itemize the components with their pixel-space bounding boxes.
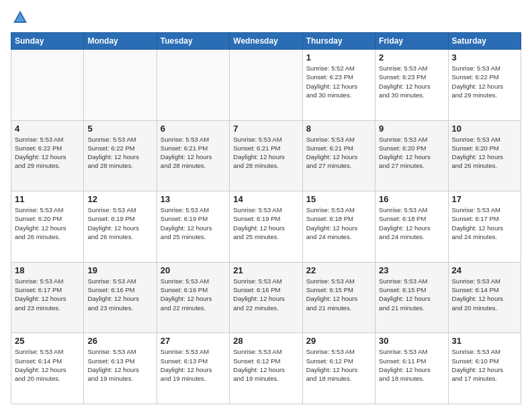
cell-details: Sunrise: 5:53 AMSunset: 6:21 PMDaylight:… xyxy=(306,135,371,171)
calendar-table: SundayMondayTuesdayWednesdayThursdayFrid… xyxy=(11,32,521,404)
cell-details: Sunrise: 5:53 AMSunset: 6:22 PMDaylight:… xyxy=(452,64,517,99)
cell-details: Sunrise: 5:53 AMSunset: 6:18 PMDaylight:… xyxy=(306,205,371,241)
calendar-cell: 14Sunrise: 5:53 AMSunset: 6:19 PMDayligh… xyxy=(230,191,302,263)
calendar-cell: 27Sunrise: 5:53 AMSunset: 6:13 PMDayligh… xyxy=(157,333,229,404)
day-number: 31 xyxy=(452,336,517,346)
week-row-0: 1Sunrise: 5:52 AMSunset: 6:23 PMDaylight… xyxy=(11,50,521,121)
day-header-sunday: Sunday xyxy=(11,33,84,50)
cell-details: Sunrise: 5:53 AMSunset: 6:21 PMDaylight:… xyxy=(161,135,226,171)
calendar-cell: 3Sunrise: 5:53 AMSunset: 6:22 PMDaylight… xyxy=(448,50,521,121)
calendar-cell: 5Sunrise: 5:53 AMSunset: 6:22 PMDaylight… xyxy=(84,120,157,191)
day-number: 24 xyxy=(452,265,517,275)
day-header-thursday: Thursday xyxy=(302,33,375,50)
day-number: 7 xyxy=(233,124,298,134)
calendar-cell: 17Sunrise: 5:53 AMSunset: 6:17 PMDayligh… xyxy=(448,191,521,263)
day-number: 30 xyxy=(379,336,444,346)
calendar-cell: 22Sunrise: 5:53 AMSunset: 6:15 PMDayligh… xyxy=(302,262,375,333)
cell-details: Sunrise: 5:53 AMSunset: 6:15 PMDaylight:… xyxy=(306,277,371,312)
day-header-wednesday: Wednesday xyxy=(230,33,302,50)
day-number: 26 xyxy=(87,336,152,346)
day-number: 1 xyxy=(306,52,371,62)
day-number: 15 xyxy=(306,194,371,204)
cell-details: Sunrise: 5:53 AMSunset: 6:13 PMDaylight:… xyxy=(161,347,226,383)
day-number: 27 xyxy=(161,336,226,346)
cell-details: Sunrise: 5:53 AMSunset: 6:11 PMDaylight:… xyxy=(379,347,444,383)
calendar-cell: 20Sunrise: 5:53 AMSunset: 6:16 PMDayligh… xyxy=(157,262,229,333)
day-number: 23 xyxy=(379,265,444,275)
day-number: 20 xyxy=(161,265,226,275)
calendar-cell: 16Sunrise: 5:53 AMSunset: 6:18 PMDayligh… xyxy=(375,191,448,263)
cell-details: Sunrise: 5:53 AMSunset: 6:22 PMDaylight:… xyxy=(87,135,152,171)
day-header-tuesday: Tuesday xyxy=(157,33,229,50)
logo xyxy=(11,8,32,27)
day-number: 22 xyxy=(306,265,371,275)
calendar-cell xyxy=(11,50,84,121)
week-row-1: 4Sunrise: 5:53 AMSunset: 6:22 PMDaylight… xyxy=(11,120,521,191)
day-header-friday: Friday xyxy=(375,33,448,50)
day-number: 5 xyxy=(87,124,152,134)
calendar-cell: 9Sunrise: 5:53 AMSunset: 6:20 PMDaylight… xyxy=(375,120,448,191)
calendar-cell xyxy=(157,50,229,121)
week-row-4: 25Sunrise: 5:53 AMSunset: 6:14 PMDayligh… xyxy=(11,333,521,404)
day-number: 8 xyxy=(306,124,371,134)
header xyxy=(11,8,521,27)
cell-details: Sunrise: 5:53 AMSunset: 6:17 PMDaylight:… xyxy=(452,205,517,241)
day-header-monday: Monday xyxy=(84,33,157,50)
day-number: 11 xyxy=(15,194,80,204)
cell-details: Sunrise: 5:53 AMSunset: 6:13 PMDaylight:… xyxy=(87,347,152,383)
cell-details: Sunrise: 5:53 AMSunset: 6:20 PMDaylight:… xyxy=(452,135,517,171)
day-number: 16 xyxy=(379,194,444,204)
cell-details: Sunrise: 5:53 AMSunset: 6:20 PMDaylight:… xyxy=(379,135,444,171)
calendar-cell xyxy=(230,50,302,121)
day-number: 13 xyxy=(161,194,226,204)
cell-details: Sunrise: 5:53 AMSunset: 6:14 PMDaylight:… xyxy=(452,277,517,312)
day-number: 3 xyxy=(452,52,517,62)
week-row-2: 11Sunrise: 5:53 AMSunset: 6:20 PMDayligh… xyxy=(11,191,521,263)
calendar-cell: 7Sunrise: 5:53 AMSunset: 6:21 PMDaylight… xyxy=(230,120,302,191)
cell-details: Sunrise: 5:53 AMSunset: 6:15 PMDaylight:… xyxy=(379,277,444,312)
day-number: 6 xyxy=(161,124,226,134)
cell-details: Sunrise: 5:53 AMSunset: 6:19 PMDaylight:… xyxy=(161,205,226,241)
calendar-cell: 29Sunrise: 5:53 AMSunset: 6:12 PMDayligh… xyxy=(302,333,375,404)
day-number: 10 xyxy=(452,124,517,134)
calendar-cell: 30Sunrise: 5:53 AMSunset: 6:11 PMDayligh… xyxy=(375,333,448,404)
day-number: 25 xyxy=(15,336,80,346)
calendar-cell: 4Sunrise: 5:53 AMSunset: 6:22 PMDaylight… xyxy=(11,120,84,191)
day-number: 19 xyxy=(87,265,152,275)
cell-details: Sunrise: 5:53 AMSunset: 6:23 PMDaylight:… xyxy=(379,64,444,99)
calendar-cell: 10Sunrise: 5:53 AMSunset: 6:20 PMDayligh… xyxy=(448,120,521,191)
page: SundayMondayTuesdayWednesdayThursdayFrid… xyxy=(0,0,532,411)
day-number: 18 xyxy=(15,265,80,275)
day-number: 28 xyxy=(233,336,298,346)
cell-details: Sunrise: 5:53 AMSunset: 6:10 PMDaylight:… xyxy=(452,347,517,383)
day-header-saturday: Saturday xyxy=(448,33,521,50)
day-number: 4 xyxy=(15,124,80,134)
calendar-cell: 11Sunrise: 5:53 AMSunset: 6:20 PMDayligh… xyxy=(11,191,84,263)
cell-details: Sunrise: 5:53 AMSunset: 6:22 PMDaylight:… xyxy=(15,135,80,171)
calendar-cell: 21Sunrise: 5:53 AMSunset: 6:16 PMDayligh… xyxy=(230,262,302,333)
day-number: 21 xyxy=(233,265,298,275)
calendar-cell: 28Sunrise: 5:53 AMSunset: 6:12 PMDayligh… xyxy=(230,333,302,404)
cell-details: Sunrise: 5:53 AMSunset: 6:12 PMDaylight:… xyxy=(306,347,371,383)
logo-icon xyxy=(11,8,30,27)
calendar-cell: 2Sunrise: 5:53 AMSunset: 6:23 PMDaylight… xyxy=(375,50,448,121)
calendar-cell: 12Sunrise: 5:53 AMSunset: 6:19 PMDayligh… xyxy=(84,191,157,263)
cell-details: Sunrise: 5:53 AMSunset: 6:16 PMDaylight:… xyxy=(233,277,298,312)
calendar-cell: 6Sunrise: 5:53 AMSunset: 6:21 PMDaylight… xyxy=(157,120,229,191)
cell-details: Sunrise: 5:53 AMSunset: 6:19 PMDaylight:… xyxy=(233,205,298,241)
day-number: 9 xyxy=(379,124,444,134)
cell-details: Sunrise: 5:53 AMSunset: 6:16 PMDaylight:… xyxy=(87,277,152,312)
day-number: 29 xyxy=(306,336,371,346)
day-number: 14 xyxy=(233,194,298,204)
day-number: 12 xyxy=(87,194,152,204)
cell-details: Sunrise: 5:53 AMSunset: 6:19 PMDaylight:… xyxy=(87,205,152,241)
calendar-cell: 24Sunrise: 5:53 AMSunset: 6:14 PMDayligh… xyxy=(448,262,521,333)
day-number: 2 xyxy=(379,52,444,62)
cell-details: Sunrise: 5:53 AMSunset: 6:21 PMDaylight:… xyxy=(233,135,298,171)
calendar-cell: 26Sunrise: 5:53 AMSunset: 6:13 PMDayligh… xyxy=(84,333,157,404)
cell-details: Sunrise: 5:53 AMSunset: 6:16 PMDaylight:… xyxy=(161,277,226,312)
cell-details: Sunrise: 5:53 AMSunset: 6:12 PMDaylight:… xyxy=(233,347,298,383)
cell-details: Sunrise: 5:53 AMSunset: 6:20 PMDaylight:… xyxy=(15,205,80,241)
calendar-cell xyxy=(84,50,157,121)
calendar-cell: 25Sunrise: 5:53 AMSunset: 6:14 PMDayligh… xyxy=(11,333,84,404)
